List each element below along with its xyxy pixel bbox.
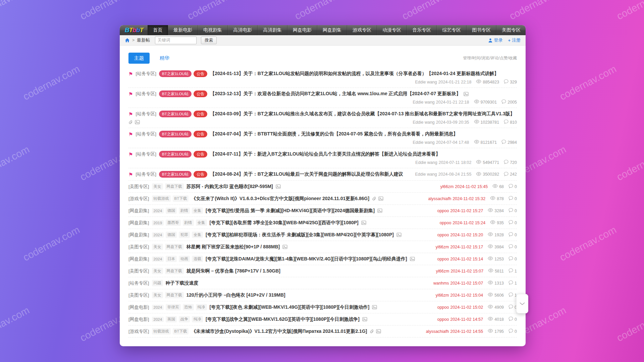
thread-category-link[interactable]: [网盘剧集] [128, 208, 149, 214]
thread-category-link[interactable]: [站务专区] [136, 71, 156, 77]
thread-category-link[interactable]: [美图专区] [128, 268, 149, 274]
thread-author-link[interactable]: alyssachiafh [426, 329, 449, 334]
sticky-badge[interactable]: BT之家1LOU站 [159, 111, 192, 117]
tab-topic[interactable]: 主题 [128, 53, 150, 64]
thread-author-link[interactable]: Eddie wang [413, 120, 434, 125]
thread-author-link[interactable]: Eddie wang [415, 172, 437, 177]
thread-category-link[interactable]: [站务专区] [128, 280, 149, 286]
thread-author-link[interactable]: yl66zm [436, 293, 449, 298]
thread-author-link[interactable]: wanhms [433, 281, 449, 286]
search-button[interactable]: 搜索 [201, 37, 217, 44]
thread-category-link[interactable]: [网盘电影] [128, 304, 149, 310]
tag-chip[interactable]: 网盘下载 [165, 183, 184, 190]
nav-item-5[interactable]: 网盘电影 [287, 25, 317, 35]
thread-title-link[interactable]: [夸克下载][战争之翼][WEB-MKV/1.62G][英语中字][1080P]… [206, 316, 360, 322]
thread-category-link[interactable]: [美图专区] [128, 292, 149, 298]
thread-category-link[interactable]: [站务专区] [136, 171, 156, 177]
nav-item-7[interactable]: 游戏专区 [347, 25, 377, 35]
thread-author-link[interactable]: Eddie wang [413, 100, 434, 105]
tag-chip[interactable]: 2024 [152, 317, 164, 322]
sticky-badge[interactable]: 公告 [194, 151, 207, 158]
tag-chip[interactable]: 菲律宾 [166, 304, 181, 310]
nav-item-4[interactable]: 高清剧集 [258, 25, 287, 35]
thread-author-link[interactable]: oppoo [437, 208, 449, 213]
nav-item-11[interactable]: 图书专区 [467, 25, 496, 35]
tag-chip[interactable]: 纯净 [196, 304, 207, 310]
thread-title-link[interactable]: 《女巫来了(Witch It)》V1.6.0.3+Dlcs官方中文版[俄网pio… [191, 196, 369, 202]
thread-title-link[interactable]: 苏苏阿 - 内购无水印 蓝色睡衣[82P-595M] [186, 184, 273, 190]
tag-chip[interactable]: 德国 [166, 232, 177, 238]
nav-item-1[interactable]: 最新电影 [168, 25, 198, 35]
tag-chip[interactable]: 2024 [152, 256, 164, 262]
thread-title-link[interactable]: 【2024-08-24】关于：BT之家1LOU站最后一次关于网盘问题的解释以及处… [210, 171, 403, 177]
thread-category-link[interactable]: [游戏专区] [128, 196, 149, 202]
tag-chip[interactable]: 英国 [166, 316, 177, 322]
thread-category-link[interactable]: [站务专区] [136, 91, 156, 97]
thread-author-link[interactable]: oppoo [437, 305, 449, 310]
sticky-badge[interactable]: BT之家1LOU站 [159, 70, 192, 77]
register-link[interactable]: +注册 [508, 37, 521, 43]
thread-author-link[interactable]: alyssachiafh [428, 196, 451, 201]
thread-title-link[interactable]: [夸克下载][各取所需 3季全][全30集][WEB-MP4/25G][西语中字… [210, 220, 359, 226]
thread-title-link[interactable]: 【2024-03-09】关于：BT之家1LOU站推出永久域名发布页，建议各位会员… [210, 111, 515, 117]
thread-author-link[interactable]: yl66zm [436, 245, 449, 249]
thread-title-link[interactable]: 【2023-12-13】关于：欢迎各位新老会员访问BT之家1LOU站，主域名 w… [210, 91, 461, 97]
thread-category-link[interactable]: [网盘电影] [128, 316, 149, 322]
thread-category-link[interactable]: [美图专区] [128, 244, 149, 250]
sticky-badge[interactable]: 公告 [194, 90, 207, 97]
thread-author-link[interactable]: Eddie wang [415, 160, 437, 165]
thread-category-link[interactable]: [站务专区] [136, 111, 156, 117]
thread-title-link[interactable]: 120斤的小王同学 –白色绳衣 [41P+2V / 319MB] [186, 292, 285, 298]
thread-title-link[interactable]: 【2024-01-13】关于：BT之家1LOU站发帖问题的说明和如何发帖的流程，… [210, 71, 499, 77]
thread-title-link[interactable]: 种子下载没速度 [166, 280, 199, 286]
tag-chip[interactable]: 2024 [152, 208, 164, 214]
tag-chip[interactable]: 网盘下载 [165, 292, 184, 298]
nav-item-8[interactable]: 动漫专区 [377, 25, 407, 35]
tag-chip[interactable]: 问题 [152, 280, 163, 286]
tab-digest[interactable]: 精华 [160, 55, 169, 61]
tag-chip[interactable]: 连载 [192, 256, 203, 262]
thread-category-link[interactable]: [游戏专区] [128, 328, 149, 335]
site-logo[interactable]: BTbbT [120, 25, 148, 35]
thread-category-link[interactable]: [网盘剧集] [128, 256, 149, 262]
tag-chip[interactable]: 犯罪 [179, 232, 190, 238]
nav-item-2[interactable]: 电视剧集 [198, 25, 228, 35]
sticky-badge[interactable]: 公告 [194, 111, 207, 117]
tag-chip[interactable]: 德国 [166, 207, 177, 214]
tag-chip[interactable]: 美女 [152, 183, 163, 190]
tag-chip[interactable]: 动画 [179, 256, 190, 262]
tag-chip[interactable]: 2024 [152, 305, 164, 310]
sticky-badge[interactable]: BT之家1LOU站 [159, 151, 192, 158]
sticky-badge[interactable]: BT之家1LOU站 [159, 131, 192, 137]
thread-category-link[interactable]: [美图专区] [128, 184, 149, 190]
tag-chip[interactable]: 2019 [152, 220, 164, 226]
tag-chip[interactable]: BT下载 [173, 195, 189, 202]
tag-chip[interactable]: 网盘下载 [165, 268, 184, 274]
tag-chip[interactable]: 美女 [152, 268, 163, 274]
thread-author-link[interactable]: oppoo [440, 221, 451, 225]
breadcrumb-crumb[interactable]: 最新帖 [137, 37, 150, 43]
sticky-badge[interactable]: BT之家1LOU站 [159, 171, 192, 178]
thread-title-link[interactable]: [夸克下载][龙珠DAIMA/龙珠大魔][第1-4集][WEB-MKV/2.4G… [206, 256, 407, 262]
tag-chip[interactable]: BT下载 [173, 328, 189, 335]
thread-author-link[interactable]: Eddie wang [413, 140, 434, 145]
thread-author-link[interactable]: oppoo [437, 233, 449, 237]
tag-chip[interactable]: 战争 [179, 316, 190, 322]
tag-chip[interactable]: 纯净 [192, 316, 203, 322]
thread-category-link[interactable]: [网盘剧集] [128, 232, 149, 238]
login-link[interactable]: 登录 [488, 37, 502, 43]
thread-author-link[interactable]: yl66zm [440, 184, 454, 189]
sticky-badge[interactable]: 公告 [194, 171, 207, 178]
sticky-badge[interactable]: BT之家1LOU站 [159, 90, 192, 97]
thread-title-link[interactable]: 【2024-07-11】关于：新进入BT之家1LOU站论坛会员几个主要关注点情况… [210, 151, 440, 157]
tag-chip[interactable]: 转载游戏 [152, 328, 171, 335]
tag-chip[interactable]: 恐怖 [183, 304, 194, 310]
thread-title-link[interactable]: [夸克下载][性/爱用品 第一季 未删减][HD-MKV/4G][英语中字][2… [206, 208, 375, 214]
nav-item-3[interactable]: 高清电影 [228, 25, 258, 35]
thread-title-link[interactable]: 就是阿朱啊 – 优享合集 [786P+17V / 1.50GB] [186, 268, 280, 274]
tag-chip[interactable]: 全集 [192, 207, 203, 214]
tag-chip[interactable]: 转载游戏 [152, 195, 171, 202]
nav-item-6[interactable]: 网盘剧集 [317, 25, 347, 35]
nav-item-12[interactable]: 美图专区 [496, 25, 526, 35]
search-input[interactable] [155, 37, 197, 44]
